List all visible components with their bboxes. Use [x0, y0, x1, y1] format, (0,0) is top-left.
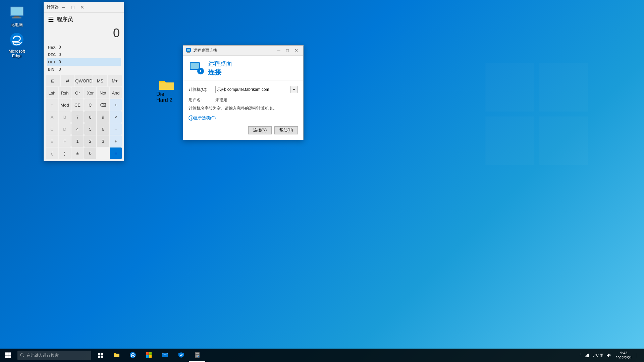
btn-8[interactable]: 8 — [84, 111, 96, 123]
btn-0[interactable]: 0 — [84, 147, 96, 159]
calc-minimize-button[interactable]: ─ — [59, 3, 68, 12]
rdp-minimize-button[interactable]: ─ — [274, 46, 283, 55]
svg-rect-37 — [197, 355, 198, 356]
hex-row[interactable]: HEX 0 — [47, 44, 121, 51]
calc-menu-icon[interactable]: ☰ — [48, 15, 54, 23]
and-btn[interactable]: And — [110, 87, 122, 99]
svg-point-17 — [191, 119, 192, 120]
oct-row[interactable]: OCT 0 — [47, 58, 121, 66]
svg-rect-31 — [146, 355, 149, 358]
calc-close-button[interactable]: ✕ — [77, 3, 87, 12]
up-btn[interactable]: ↑ — [46, 99, 58, 111]
rdp-options-link[interactable]: 显示选项(O) — [194, 115, 216, 121]
svg-rect-30 — [149, 352, 152, 355]
taskbar-search-input[interactable] — [26, 353, 89, 358]
svg-rect-43 — [586, 355, 587, 357]
calc-toolbar-row: ⊞ ⇄ QWORD MS M▾ — [46, 75, 122, 86]
btn-3[interactable]: 3 — [97, 135, 109, 147]
taskbar-calc-app[interactable] — [189, 349, 205, 362]
m-arrow-btn[interactable]: M▾ — [108, 75, 122, 86]
c-btn[interactable]: C — [84, 99, 96, 111]
security-icon — [178, 352, 184, 358]
e-btn[interactable]: E — [46, 135, 58, 147]
f-btn[interactable]: F — [59, 135, 71, 147]
rdp-titlebar: 远程桌面连接 ─ □ ✕ — [183, 46, 303, 56]
or-btn[interactable]: Or — [71, 87, 84, 99]
dec-value: 0 — [59, 52, 61, 57]
btn-1[interactable]: 1 — [71, 135, 84, 147]
svg-rect-26 — [98, 356, 100, 358]
svg-line-23 — [23, 356, 24, 357]
rparen-btn[interactable]: ) — [59, 147, 71, 159]
taskbar-search-bar[interactable] — [17, 351, 91, 360]
btn-4[interactable]: 4 — [71, 123, 84, 135]
not-btn[interactable]: Not — [97, 87, 109, 99]
ms-btn[interactable]: MS — [93, 75, 107, 86]
negate-btn[interactable]: ± — [71, 147, 84, 159]
qword-btn[interactable]: QWORD — [75, 75, 92, 86]
tray-chevron[interactable]: ^ — [578, 353, 583, 358]
svg-rect-7 — [12, 17, 21, 18]
xor-btn[interactable]: Xor — [84, 87, 96, 99]
c2-btn[interactable]: C — [46, 123, 58, 135]
rdp-close-button[interactable]: ✕ — [292, 46, 301, 55]
plus-op-btn[interactable]: + — [110, 99, 122, 111]
taskbar-clock[interactable]: 9:43 2022/2/21 — [613, 351, 635, 360]
b-btn[interactable]: B — [59, 111, 71, 123]
show-desktop-button[interactable] — [636, 353, 641, 358]
search-icon — [20, 353, 24, 358]
weather-text: 6°C 雨 — [593, 353, 604, 358]
svg-rect-20 — [5, 355, 8, 358]
btn-9[interactable]: 9 — [97, 111, 109, 123]
minus-btn[interactable]: − — [110, 123, 122, 135]
taskbar-store-app[interactable] — [141, 349, 157, 362]
bin-row[interactable]: BIN 0 — [47, 66, 121, 73]
rdp-help-button[interactable]: 帮助(H) — [274, 126, 298, 134]
rdp-header-text: 远程桌面 连接 — [208, 60, 232, 77]
tray-weather[interactable]: 6°C 雨 — [591, 353, 605, 358]
mod-btn[interactable]: Mod — [59, 99, 71, 111]
svg-rect-40 — [197, 356, 198, 357]
btn-2[interactable]: 2 — [84, 135, 96, 147]
taskbar-mail-app[interactable] — [157, 349, 173, 362]
bit-toggle-btn[interactable]: ⊞ — [46, 75, 60, 86]
taskbar-edge-app[interactable] — [125, 349, 141, 362]
rdp-computer-input[interactable] — [215, 86, 290, 93]
tray-volume-icon[interactable] — [606, 353, 611, 358]
calc-taskbar-icon — [194, 352, 201, 358]
calc-maximize-button[interactable]: □ — [68, 3, 77, 12]
taskbar-explorer-app[interactable] — [109, 349, 125, 362]
a-btn[interactable]: A — [46, 111, 58, 123]
rdp-window: 远程桌面连接 ─ □ ✕ 远程桌面 连接 — [183, 45, 304, 140]
folder-img — [159, 78, 175, 91]
rsh-btn[interactable]: Rsh — [59, 87, 71, 99]
ce-btn[interactable]: CE — [71, 99, 84, 111]
lparen-btn[interactable]: ( — [46, 147, 58, 159]
hex-label: HEX — [48, 45, 59, 49]
rdp-maximize-button[interactable]: □ — [283, 46, 292, 55]
task-view-button[interactable] — [93, 349, 109, 362]
plus2-btn[interactable]: + — [110, 135, 122, 147]
edge-icon — [9, 32, 25, 48]
rdp-connect-button[interactable]: 连接(N) — [248, 126, 272, 134]
btn-7[interactable]: 7 — [71, 111, 84, 123]
taskbar-security-app[interactable] — [173, 349, 189, 362]
svg-rect-12 — [187, 52, 190, 53]
tray-network-icon[interactable] — [585, 353, 590, 358]
multiply-btn[interactable]: × — [110, 111, 122, 123]
equals-btn[interactable]: = — [110, 147, 122, 159]
backspace-btn[interactable]: ⌫ — [97, 99, 109, 111]
start-button[interactable] — [0, 349, 16, 362]
rdp-computer-dropdown[interactable]: ▾ — [290, 86, 298, 93]
cycle-btn[interactable]: ⇄ — [61, 75, 75, 86]
diehard-folder-icon[interactable]: Die Hard 2 — [155, 76, 178, 105]
btn-6[interactable]: 6 — [97, 123, 109, 135]
calc-titlebar: 计算器 ─ □ ✕ — [44, 2, 124, 13]
btn-5[interactable]: 5 — [84, 123, 96, 135]
dec-row[interactable]: DEC 0 — [47, 51, 121, 58]
desktop-icon-mypc[interactable]: 此电脑 — [3, 3, 30, 29]
lsh-btn[interactable]: Lsh — [46, 87, 58, 99]
d-btn[interactable]: D — [59, 123, 71, 135]
svg-rect-38 — [198, 355, 199, 356]
desktop-icon-edge[interactable]: MicrosoftEdge — [3, 30, 30, 60]
